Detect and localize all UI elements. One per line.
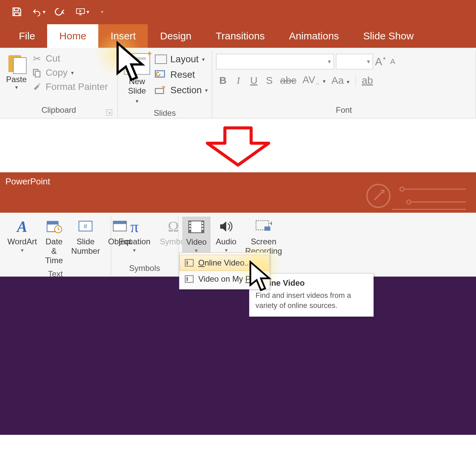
video-on-pc-label: Video on My PC... xyxy=(198,274,263,284)
svg-rect-26 xyxy=(265,227,271,231)
save-icon[interactable] xyxy=(10,5,24,19)
font-group-label: Font xyxy=(216,103,472,118)
svg-rect-24 xyxy=(202,228,204,230)
group-clipboard: Paste ▾ ✂ Cut Copy ▾ xyxy=(0,50,118,118)
reset-button[interactable]: Reset xyxy=(155,69,208,80)
video-dropdown-menu: Online Video... Video on My PC... xyxy=(179,252,270,289)
wordart-icon: A xyxy=(13,219,31,234)
slides-group-label: Slides xyxy=(122,106,208,121)
section-label: Section xyxy=(170,85,202,96)
customize-qat-icon[interactable]: ▾ xyxy=(98,9,103,14)
grow-font-button[interactable]: A▴ xyxy=(375,56,382,68)
svg-rect-22 xyxy=(202,222,204,224)
tooltip-body: Find and insert videos from a variety of… xyxy=(256,290,367,310)
equation-button[interactable]: π Equation xyxy=(115,217,154,255)
pi-icon: π xyxy=(125,219,143,234)
video-icon xyxy=(187,219,205,235)
section-button[interactable]: ✦ Section ▾ xyxy=(155,85,208,96)
svg-rect-21 xyxy=(189,228,191,230)
tab-home[interactable]: Home xyxy=(47,24,98,48)
decorative-lines xyxy=(358,176,466,213)
online-video-label: Online Video... xyxy=(198,258,251,268)
group-slides: New Slide ▾ Layout ▾ Reset xyxy=(118,50,212,118)
menu-online-video[interactable]: Online Video... xyxy=(179,255,270,271)
font-size-combo[interactable]: ▾ xyxy=(336,54,373,69)
new-slide-button[interactable]: New Slide ▾ xyxy=(122,52,152,106)
tab-transitions[interactable]: Transitions xyxy=(204,24,277,48)
paintbrush-icon xyxy=(31,81,42,92)
wordart-button[interactable]: A WordArt xyxy=(4,217,40,255)
group-font: ▾ ▾ A▴ A B I U S abc AV↔ ▾ Aa ▾ ab xyxy=(212,50,476,118)
symbols-group-label: Symbols xyxy=(115,262,174,276)
tab-insert[interactable]: Insert xyxy=(98,24,148,48)
audio-label: Audio xyxy=(216,237,236,246)
date-time-button[interactable]: Date & Time xyxy=(42,217,67,267)
format-painter-label: Format Painter xyxy=(45,81,108,92)
clipboard-group-label: Clipboard xyxy=(41,105,76,114)
layout-label: Layout xyxy=(170,54,199,65)
undo-icon[interactable]: ▾ xyxy=(32,5,45,19)
scissors-icon: ✂ xyxy=(31,53,42,64)
screen-recording-button[interactable]: + Screen Recording xyxy=(242,217,285,258)
redo-icon[interactable] xyxy=(54,5,67,19)
format-painter-button[interactable]: Format Painter xyxy=(31,81,108,92)
cut-button[interactable]: ✂ Cut xyxy=(31,53,108,64)
video-button[interactable]: Video xyxy=(182,217,210,256)
reset-label: Reset xyxy=(170,69,195,80)
underline-button[interactable]: U xyxy=(249,75,259,86)
svg-text:+: + xyxy=(270,220,272,227)
instruction-arrow xyxy=(0,118,476,172)
text-group-label: Text xyxy=(4,267,107,282)
reset-icon xyxy=(155,70,167,79)
svg-point-8 xyxy=(407,200,411,204)
cut-label: Cut xyxy=(45,53,60,64)
wordart-label: WordArt xyxy=(7,237,37,246)
char-spacing-button[interactable]: AV↔ ▾ xyxy=(302,74,325,86)
slide-number-button[interactable]: # Slide Number xyxy=(68,217,103,258)
shrink-font-button[interactable]: A xyxy=(390,57,395,66)
copy-icon xyxy=(31,67,42,78)
app-title: PowerPoint xyxy=(5,176,50,186)
svg-rect-19 xyxy=(189,222,191,224)
section-icon: ✦ xyxy=(155,85,167,95)
layout-button[interactable]: Layout ▾ xyxy=(155,54,208,65)
clipboard-dialog-launcher[interactable]: ↘ xyxy=(106,109,112,115)
italic-button[interactable]: I xyxy=(234,75,243,86)
screen-record-icon: + xyxy=(254,219,273,234)
text-shadow-button[interactable]: S xyxy=(265,75,274,86)
tooltip-title: Online Video xyxy=(256,278,367,288)
start-slideshow-icon[interactable]: ▾ xyxy=(76,5,89,19)
slide-number-label: Slide Number xyxy=(71,237,100,256)
strikethrough-button[interactable]: abc xyxy=(280,75,296,86)
calendar-clock-icon xyxy=(45,219,63,234)
menu-video-on-pc[interactable]: Video on My PC... xyxy=(179,271,270,287)
paste-button[interactable]: Paste ▾ xyxy=(4,52,29,92)
ribbon-tabs: File Home Insert Design Transitions Anim… xyxy=(0,24,476,48)
tab-animations[interactable]: Animations xyxy=(277,24,351,48)
pc-video-icon xyxy=(185,275,194,283)
speaker-icon xyxy=(217,219,235,234)
group-symbols: π Equation Ω Symbol Symbols xyxy=(111,215,178,276)
clear-formatting-button[interactable]: ab xyxy=(355,75,373,86)
font-name-combo[interactable]: ▾ xyxy=(216,54,334,69)
ribbon-home: Paste ▾ ✂ Cut Copy ▾ xyxy=(0,48,476,118)
svg-text:#: # xyxy=(84,222,88,230)
copy-button[interactable]: Copy ▾ xyxy=(31,67,108,78)
tab-design[interactable]: Design xyxy=(148,24,203,48)
svg-point-7 xyxy=(400,187,404,191)
svg-rect-2 xyxy=(35,71,40,77)
quick-access-toolbar: ▾ ▾ ▾ xyxy=(0,0,476,24)
paste-label: Paste xyxy=(6,75,27,84)
svg-rect-23 xyxy=(202,225,204,227)
date-time-label: Date & Time xyxy=(45,237,63,265)
equation-label: Equation xyxy=(118,237,150,246)
change-case-button[interactable]: Aa ▾ xyxy=(332,75,349,86)
audio-button[interactable]: Audio xyxy=(212,217,240,255)
svg-text:✦: ✦ xyxy=(162,85,165,90)
bold-button[interactable]: B xyxy=(218,75,228,86)
title-bar: PowerPoint xyxy=(0,172,476,213)
svg-rect-20 xyxy=(189,225,191,227)
online-video-icon xyxy=(185,259,194,267)
tab-slideshow[interactable]: Slide Show xyxy=(351,24,426,48)
tab-file[interactable]: File xyxy=(7,24,47,48)
